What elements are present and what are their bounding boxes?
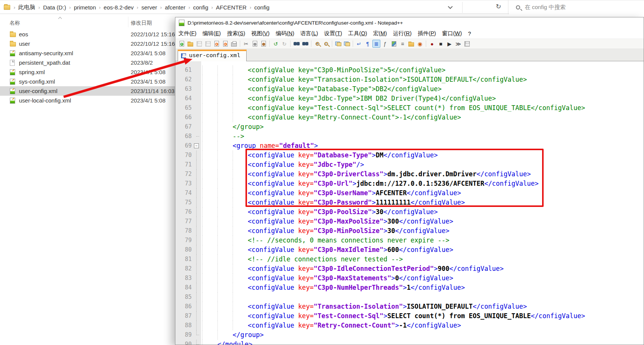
folder-as-workspace-icon[interactable] (407, 40, 415, 48)
monitoring-icon[interactable]: ◉ (416, 40, 424, 48)
file-row-persistent_xpath.dat[interactable]: persistent_xpath.dat2023/8/2 (0, 58, 175, 67)
show-indent-guide-icon[interactable]: ≣ (372, 40, 380, 48)
code-line-64[interactable]: 64<configValue key="Jdbc-Type">IBM DB2 D… (175, 94, 644, 103)
search-box[interactable]: 在 config 中搜索 (509, 0, 644, 14)
breadcrumb-item-[interactable]: 此电脑 (16, 2, 38, 12)
code-line-69[interactable]: 69−<group name="default"> (175, 141, 644, 151)
fold-margin[interactable] (193, 179, 201, 188)
close-icon[interactable]: x (213, 40, 220, 48)
menu-f[interactable]: 文件(F) (175, 29, 200, 38)
document-map-icon[interactable] (390, 40, 398, 48)
fold-margin[interactable] (193, 226, 201, 236)
file-row-antisamy-security.xml[interactable]: antisamy-security.xml2023/4/1 5:08 (0, 48, 175, 58)
code-line-65[interactable]: 65<configValue key="Test-Connect-Sql">SE… (175, 103, 644, 113)
fold-margin[interactable] (193, 75, 201, 84)
menu-m[interactable]: 宏(M) (370, 29, 390, 38)
breadcrumb-item-afcenter[interactable]: afcenter (162, 3, 188, 12)
code-line-81[interactable]: 81<!-- //idle connections never tested -… (175, 255, 644, 264)
fold-margin[interactable] (193, 84, 201, 94)
code-line-77[interactable]: 77<configValue key="C3p0-MaxPoolSize">30… (175, 217, 644, 226)
breadcrumb-item-server[interactable]: server (139, 3, 160, 12)
refresh-icon[interactable]: ↻ (496, 3, 501, 11)
menu-p[interactable]: 插件(P) (415, 29, 439, 38)
code-line-85[interactable]: 85 (175, 292, 644, 302)
fold-margin[interactable] (193, 132, 201, 141)
menu-e[interactable]: 编辑(E) (200, 29, 224, 38)
code-line-61[interactable]: 61<configValue key="C3p0-MinPoolSize">5<… (175, 65, 644, 75)
code-line-89[interactable]: 89</group> (175, 330, 644, 340)
fold-margin[interactable] (193, 188, 201, 198)
code-line-83[interactable]: 83<configValue key="C3p0-MaxStatements">… (175, 274, 644, 283)
fold-margin[interactable] (193, 94, 201, 103)
fold-margin[interactable] (193, 302, 201, 311)
code-line-66[interactable]: 66<configValue key="Retry-Connect-Count"… (175, 113, 644, 122)
menu-s[interactable]: 搜索(S) (224, 29, 248, 38)
file-row-eos[interactable]: eos2022/10/12 15:16 (0, 30, 175, 39)
open-file-icon[interactable] (186, 40, 194, 48)
macro-run-multiple-icon[interactable]: ≫ (454, 40, 462, 48)
code-line-71[interactable]: 71<configValue key="Jdbc-Type"/> (175, 160, 644, 169)
notepad-title-bar[interactable]: D:\primeton\eos-8.2-dev\server\afcenter\… (175, 17, 644, 28)
code-line-75[interactable]: 75<configValue key="C3p0-Password">11111… (175, 198, 644, 207)
paste-icon[interactable] (259, 40, 267, 48)
menu-t[interactable]: 设置(T) (321, 29, 345, 38)
file-row-user-config.xml[interactable]: user-config.xml2023/11/14 16:03 (0, 86, 175, 96)
menu-r[interactable]: 运行(R) (390, 29, 414, 38)
fold-margin[interactable] (193, 217, 201, 226)
menu-o[interactable]: 工具(O) (345, 29, 370, 38)
fold-margin[interactable] (193, 169, 201, 179)
fold-margin[interactable] (193, 236, 201, 245)
close-all-icon[interactable]: x (221, 40, 229, 48)
code-line-88[interactable]: 88<configValue key="Retry-Connect-Count"… (175, 321, 644, 330)
breadcrumb-item-config[interactable]: config (252, 3, 272, 12)
zoom-in-icon[interactable]: + (313, 40, 321, 48)
code-line-67[interactable]: 67</group> (175, 122, 644, 132)
fold-margin[interactable] (193, 151, 201, 160)
copy-icon[interactable] (251, 40, 259, 48)
code-line-70[interactable]: 70<configValue key="Database-Type">DM</c… (175, 151, 644, 160)
chevron-down-icon[interactable] (448, 4, 453, 9)
code-line-63[interactable]: 63<configValue key="Database-Type">DB2</… (175, 84, 644, 94)
fold-margin[interactable] (193, 207, 201, 217)
sync-horizontal-scrolling-icon[interactable] (343, 40, 351, 48)
fold-collapse-icon[interactable]: − (194, 143, 199, 148)
code-editor[interactable]: 61<configValue key="C3p0-MinPoolSize">5<… (175, 61, 644, 345)
menu-l[interactable]: 语言(L) (297, 29, 321, 38)
find-icon[interactable] (292, 40, 300, 48)
file-row-user-local-config.xml[interactable]: user-local-config.xml2023/4/1 5:08 (0, 96, 175, 105)
fold-margin[interactable] (193, 264, 201, 274)
code-line-62[interactable]: 62<configValue key="Transaction-Isolatio… (175, 75, 644, 84)
code-line-76[interactable]: 76<configValue key="C3p0-PoolSize">30</c… (175, 207, 644, 217)
document-list-icon[interactable]: ≡ (399, 40, 406, 48)
fold-margin[interactable] (193, 103, 201, 113)
print-icon[interactable] (230, 40, 238, 48)
replace-icon[interactable] (301, 40, 309, 48)
save-all-icon[interactable] (204, 40, 212, 48)
save-icon[interactable] (195, 40, 203, 48)
breadcrumb-item-primeton[interactable]: primeton (71, 3, 98, 12)
file-row-spring.xml[interactable]: spring.xml2023/4/1 5:08 (0, 67, 175, 77)
zoom-out-icon[interactable]: − (322, 40, 330, 48)
code-line-68[interactable]: 68--> (175, 132, 644, 141)
macro-save-icon[interactable] (463, 40, 471, 48)
fold-margin[interactable] (193, 340, 201, 345)
fold-margin[interactable] (193, 283, 201, 292)
fold-margin[interactable] (193, 292, 201, 302)
cut-icon[interactable]: ✂ (242, 40, 250, 48)
code-line-90[interactable]: 90</module> (175, 340, 644, 345)
column-separator[interactable] (128, 17, 128, 27)
function-list-icon[interactable]: ƒ (381, 40, 389, 48)
breadcrumb-item-afcenter[interactable]: AFCENTER (213, 3, 249, 12)
fold-margin[interactable] (193, 311, 201, 321)
word-wrap-icon[interactable]: ↵ (355, 40, 363, 48)
file-row-user[interactable]: user2022/10/12 15:16 (0, 39, 175, 48)
fold-margin[interactable] (193, 245, 201, 255)
fold-margin[interactable] (193, 122, 201, 132)
code-line-82[interactable]: 82<configValue key="C3p0-IdleConnectionT… (175, 264, 644, 274)
tab-user-config[interactable]: user-config.xml (178, 50, 247, 61)
menu-help[interactable]: ? (465, 30, 474, 38)
show-all-characters-icon[interactable]: ¶ (364, 40, 372, 48)
new-file-icon[interactable]: + (178, 40, 186, 48)
code-line-74[interactable]: 74<configValue key="C3p0-UserName">AFCEN… (175, 188, 644, 198)
code-line-79[interactable]: 79<!-- //seconds, 0 means connections ne… (175, 236, 644, 245)
